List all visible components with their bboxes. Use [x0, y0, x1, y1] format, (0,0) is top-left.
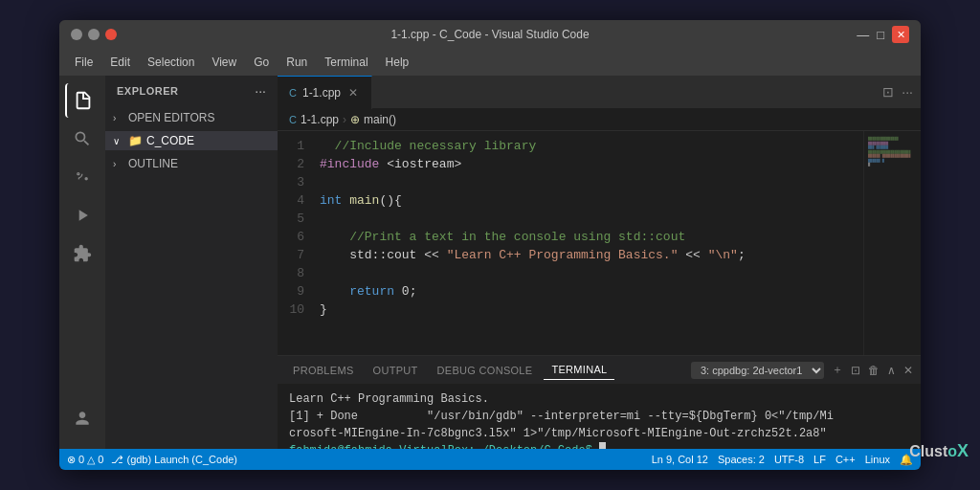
- panel-tab-output[interactable]: OUTPUT: [366, 361, 426, 380]
- breadcrumb-file[interactable]: 1-1.cpp: [301, 113, 339, 126]
- menu-file[interactable]: File: [67, 53, 100, 72]
- watermark: ClustoX: [909, 441, 969, 461]
- code-line-9: return 0;: [320, 282, 863, 301]
- sidebar-item-open-editors[interactable]: › OPEN EDITORS: [105, 108, 278, 127]
- code-line-3: [320, 173, 863, 191]
- breadcrumb: C 1-1.cpp › ⊕ main(): [278, 109, 921, 131]
- sidebar-item-outline[interactable]: › OUTLINE: [105, 154, 278, 173]
- watermark-x: X: [957, 441, 969, 460]
- c-code-label: C_CODE: [146, 134, 194, 147]
- code-line-7: std::cout << "Learn C++ Programming Basi…: [320, 246, 863, 264]
- line-numbers: 12345 678910: [278, 131, 312, 355]
- sidebar-title: Explorer: [117, 85, 179, 97]
- panel-tab-problems[interactable]: PROBLEMS: [285, 361, 362, 380]
- menu-edit[interactable]: Edit: [102, 53, 138, 72]
- vscode-window: 1-1.cpp - C_Code - Visual Studio Code — …: [59, 20, 921, 470]
- code-editor[interactable]: 12345 678910 //Include necessary library…: [278, 131, 921, 355]
- close-panel-icon[interactable]: ✕: [903, 364, 913, 377]
- editor-area: C 1-1.cpp ✕ ⊡ ··· C 1-1.cpp › ⊕ main(): [278, 76, 921, 470]
- minimize-button[interactable]: [71, 29, 82, 40]
- menu-bar: File Edit Selection View Go Run Terminal…: [59, 49, 921, 76]
- editor-content-area: 12345 678910 //Include necessary library…: [278, 131, 921, 470]
- folder-icon: 📁: [128, 134, 143, 147]
- menu-run[interactable]: Run: [278, 53, 315, 72]
- run-debug-activity-icon[interactable]: [65, 198, 100, 233]
- sidebar-section-c-code: ∨ 📁 C_CODE: [105, 129, 278, 152]
- breadcrumb-symbol[interactable]: main(): [364, 113, 396, 126]
- tab-label: 1-1.cpp: [302, 86, 341, 100]
- editor-tab-1-1-cpp[interactable]: C 1-1.cpp ✕: [278, 76, 372, 109]
- status-errors-warnings[interactable]: ⊗ 0 △ 0: [67, 454, 103, 466]
- chevron-down-icon: ∨: [113, 136, 124, 146]
- kill-terminal-icon[interactable]: 🗑: [868, 364, 880, 377]
- close-button[interactable]: [105, 29, 117, 40]
- sidebar-header: Explorer ···: [105, 76, 278, 106]
- cpp-file-icon: C: [289, 87, 297, 99]
- breadcrumb-symbol-icon: ⊕: [350, 113, 360, 126]
- breadcrumb-file-icon: C: [289, 114, 297, 125]
- more-actions-icon[interactable]: ···: [902, 84, 913, 100]
- split-terminal-icon[interactable]: ⊡: [851, 364, 860, 377]
- panel-tab-debug-console[interactable]: DEBUG CONSOLE: [430, 361, 541, 380]
- open-editors-label: OPEN EDITORS: [128, 111, 214, 124]
- win-min-btn[interactable]: —: [857, 28, 869, 42]
- win-buttons: — □ ✕: [857, 26, 909, 43]
- panel-tab-terminal[interactable]: TERMINAL: [544, 360, 614, 380]
- code-line-1: //Include necessary library: [320, 137, 863, 155]
- status-bar: ⊗ 0 △ 0 ⎇ (gdb) Launch (C_Code) Ln 9, Co…: [59, 449, 921, 470]
- code-line-8: [320, 264, 863, 282]
- code-line-5: [320, 210, 863, 228]
- add-terminal-icon[interactable]: ＋: [832, 362, 843, 378]
- status-language[interactable]: C++: [835, 454, 856, 466]
- menu-view[interactable]: View: [204, 53, 244, 72]
- maximize-button[interactable]: [88, 29, 100, 40]
- status-cursor-pos[interactable]: Ln 9, Col 12: [652, 454, 708, 466]
- chevron-right-icon: ›: [113, 113, 124, 123]
- activity-bar: 1: [59, 76, 105, 470]
- extensions-activity-icon[interactable]: [65, 236, 100, 271]
- tab-bar: C 1-1.cpp ✕ ⊡ ···: [278, 76, 921, 109]
- tab-bar-actions: ⊡ ···: [882, 84, 921, 100]
- menu-help[interactable]: Help: [378, 53, 417, 72]
- status-spaces[interactable]: Spaces: 2: [718, 454, 765, 466]
- minimap: ▓▓▓▓▓▓▓▓▓▓▓▓▓▓▓ ▓▓▓▓▓▓▓▓▓▓ ▓▓▓ ▓▓▓▓▓▓ ▓▓…: [863, 131, 921, 355]
- win-close-btn[interactable]: ✕: [892, 26, 909, 43]
- tab-close-button[interactable]: ✕: [346, 86, 360, 100]
- outline-label: OUTLINE: [128, 157, 178, 170]
- code-line-4: int main(){: [320, 191, 863, 210]
- split-editor-icon[interactable]: ⊡: [882, 84, 894, 100]
- search-activity-icon[interactable]: [65, 122, 100, 156]
- window-title: 1-1.cpp - C_Code - Visual Studio Code: [390, 28, 589, 41]
- code-line-10: }: [320, 301, 863, 319]
- sidebar-section-open-editors: › OPEN EDITORS: [105, 106, 278, 129]
- menu-go[interactable]: Go: [246, 53, 277, 72]
- maximize-panel-icon[interactable]: ∧: [887, 364, 896, 377]
- status-eol[interactable]: LF: [813, 454, 826, 466]
- code-content[interactable]: //Include necessary library #include <io…: [312, 131, 863, 355]
- sidebar-item-c-code[interactable]: ∨ 📁 C_CODE: [105, 131, 278, 150]
- explorer-activity-icon[interactable]: [65, 83, 100, 118]
- watermark-highlight: o: [947, 443, 957, 459]
- sidebar-section-outline: › OUTLINE: [105, 152, 278, 175]
- status-os[interactable]: Linux: [865, 454, 890, 466]
- sidebar-options-icon[interactable]: ···: [255, 83, 266, 99]
- win-max-btn[interactable]: □: [877, 28, 884, 42]
- code-line-6: //Print a text in the console using std:…: [320, 228, 863, 246]
- panel-tabs: PROBLEMS OUTPUT DEBUG CONSOLE TERMINAL 3…: [278, 356, 921, 385]
- window-controls: [71, 29, 117, 40]
- account-activity-icon[interactable]: [65, 401, 100, 435]
- menu-terminal[interactable]: Terminal: [317, 53, 375, 72]
- code-line-2: #include <iostream>: [320, 155, 863, 173]
- status-right-items: Ln 9, Col 12 Spaces: 2 UTF-8 LF C++ Linu…: [652, 454, 913, 466]
- terminal-line-1: Learn C++ Programming Basics.: [289, 390, 909, 408]
- main-layout: 1 Explorer ··· › OPEN EDITORS ∨: [59, 76, 921, 470]
- sidebar: Explorer ··· › OPEN EDITORS ∨ 📁 C_CODE: [105, 76, 278, 470]
- status-git-branch[interactable]: ⎇ (gdb) Launch (C_Code): [111, 454, 237, 466]
- title-bar: 1-1.cpp - C_Code - Visual Studio Code — …: [59, 20, 921, 49]
- status-encoding[interactable]: UTF-8: [774, 454, 804, 466]
- source-control-activity-icon[interactable]: [65, 160, 100, 194]
- terminal-line-2: [1] + Done "/usr/bin/gdb" --interpreter=…: [289, 408, 909, 442]
- menu-selection[interactable]: Selection: [140, 53, 202, 72]
- terminal-selector[interactable]: 3: cppdbg: 2d-vector1: [691, 362, 824, 379]
- panel-tab-actions: 3: cppdbg: 2d-vector1 ＋ ⊡ 🗑 ∧ ✕: [691, 362, 913, 379]
